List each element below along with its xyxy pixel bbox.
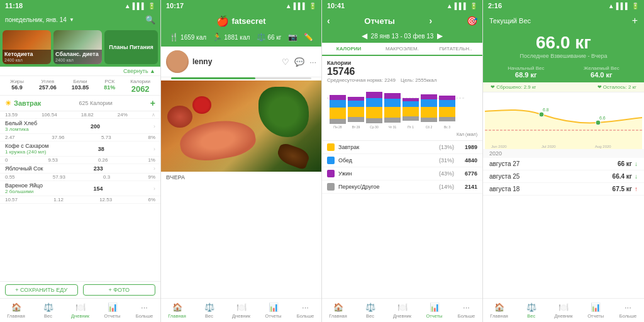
nav-diary-2[interactable]: 🍽️ Дневник [225, 299, 257, 322]
next-arrow[interactable]: › [430, 16, 433, 26]
chart-legend: Кал (ккал) [327, 132, 477, 136]
food-item-bread[interactable]: Белый Хлеб 3 ломтика 200 › [0, 119, 160, 134]
nav-reports-1[interactable]: 📊 Отчеты [96, 299, 128, 322]
date-next-arrow[interactable]: ▶ [437, 31, 443, 40]
goal-weight: Желаемый Вес 64.0 кг [584, 65, 619, 79]
like-icon[interactable]: ♡ [282, 57, 289, 67]
breakdown-lunch-name: Обед [338, 157, 435, 164]
juice-macros: 0.55 57.93 0.3 9% [0, 174, 160, 181]
b-chevron: ∧ [152, 112, 155, 118]
food-item-coffee[interactable]: Кофе с Сахаром 1 кружка (240 мл) 38 › [0, 142, 160, 157]
nav-diary-4[interactable]: 🍽️ Дневник [547, 299, 579, 322]
nav-home-label-4: Главная [490, 313, 508, 319]
calories-header: Калории 15746 Среднесуточная норма: 2249… [327, 60, 477, 83]
nav-reports-2[interactable]: 📊 Отчеты [257, 299, 289, 322]
nav-home-3[interactable]: 🏠 Главная [322, 299, 354, 322]
save-food-button[interactable]: + СОХРАНИТЬ ЕДУ [5, 284, 78, 296]
plans-card[interactable]: Планы Питания [104, 30, 158, 64]
keto-card[interactable]: Кетодиета 2400 кал [3, 30, 51, 64]
diary-icon-3: 🍽️ [397, 303, 408, 312]
svg-rect-24 [402, 116, 419, 121]
snack-color [327, 183, 335, 191]
cal-burned-value: 1881 кал [224, 34, 250, 41]
tab-nutrients[interactable]: ПИТАТЕЛЬН.. [429, 43, 482, 56]
svg-rect-21 [402, 98, 419, 101]
b-pct: 24% [118, 112, 128, 118]
nav-diary-1[interactable]: 🍽️ Дневник [64, 299, 96, 322]
breakdown-dinner-pct: (43%) [439, 170, 461, 177]
chevron-right-icon: › [153, 123, 155, 130]
target-icon[interactable]: 🎯 [467, 16, 477, 26]
tab-calories[interactable]: КАЛОРИИ [322, 43, 375, 56]
food-shape-3 [167, 106, 192, 128]
date-prev-arrow[interactable]: ◀ [362, 31, 367, 40]
nav-diary-3[interactable]: 🍽️ Дневник [386, 299, 418, 322]
stat-protein-value: 103.85 [72, 84, 89, 91]
reports-icon-1: 📊 [108, 303, 118, 312]
nav-home-1[interactable]: 🏠 Главная [0, 299, 32, 322]
history-row-1[interactable]: августа 27 66 кг ↓ [483, 158, 644, 170]
bottom-nav-4: 🏠 Главная ⚖️ Вес 🍽️ Дневник 📊 Отчеты ···… [483, 298, 644, 322]
prev-arrow[interactable]: ‹ [327, 16, 330, 26]
breakdown-lunch-cal: 4840 [465, 157, 477, 164]
breakdown-lunch-pct: (31%) [439, 157, 461, 164]
food-name-egg: Вареное Яйцо [5, 182, 43, 189]
svg-rect-1 [330, 95, 346, 100]
post-date: ВЧЕРА [161, 172, 321, 183]
meal-title-text: Завтрак [14, 99, 41, 107]
signal-icon-2: ▌▌▌ [294, 3, 307, 9]
svg-text:Jul 2020: Jul 2020 [541, 145, 556, 148]
edit-stat[interactable]: ✏️ [304, 33, 313, 42]
svg-rect-33 [439, 107, 455, 117]
nav-more-3[interactable]: ··· Больше [450, 299, 482, 322]
more-icon[interactable]: ··· [309, 57, 316, 67]
svg-rect-7 [348, 101, 364, 107]
nav-weight-3[interactable]: ⚖️ Вес [354, 299, 386, 322]
stat-cal-value: 2062 [130, 84, 150, 94]
stat-protein: Белки 103.85 [72, 79, 89, 94]
nav-weight-4[interactable]: ⚖️ Вес [515, 299, 547, 322]
add-food-button[interactable]: + [150, 98, 155, 108]
up-arrow-icon: ↑ [635, 186, 638, 192]
nav-reports-4[interactable]: 📊 Отчеты [580, 299, 612, 322]
bottom-actions: + СОХРАНИТЬ ЕДУ + ФОТО [0, 281, 160, 298]
chart-area: Калории 15746 Среднесуточная норма: 2249… [322, 56, 482, 141]
add-weight-button[interactable]: + [632, 15, 638, 26]
balanced-card[interactable]: Сбаланс. диета 2400 кал [53, 30, 102, 64]
nav-reports-3[interactable]: 📊 Отчеты [418, 299, 450, 322]
spacer-2 [161, 183, 321, 298]
nav-home-4[interactable]: 🏠 Главная [483, 299, 515, 322]
tomato-shape [192, 96, 211, 114]
svg-rect-22 [402, 101, 419, 107]
nav-more-4[interactable]: ··· Больше [612, 299, 644, 322]
meal-section: ☀ Завтрак 625 Калории + 13.59 106.54 18.… [0, 96, 160, 281]
username-label: lenny [192, 57, 212, 66]
nav-weight-2[interactable]: ⚖️ Вес [193, 299, 225, 322]
food-item-egg[interactable]: Вареное Яйцо 2 большими 154 › [0, 181, 160, 196]
svernut-row[interactable]: Свернуть ▲ [0, 67, 160, 76]
nav-more-1[interactable]: ··· Больше [128, 299, 160, 322]
camera-icon: 📷 [288, 33, 297, 42]
diary-icon-1: 🍽️ [75, 303, 86, 312]
comment-icon[interactable]: 💬 [294, 57, 304, 67]
nav-label-1: понедельник, янв. 14 [5, 16, 67, 23]
weight-icon-2: ⚖️ [204, 303, 214, 312]
food-item-juice[interactable]: Яблочный Сок 233 › [0, 164, 160, 174]
search-icon-1[interactable]: 🔍 [145, 15, 155, 25]
nav-home-2[interactable]: 🏠 Главная [161, 299, 193, 322]
add-photo-button[interactable]: + ФОТО [83, 284, 156, 296]
history-row-2[interactable]: августа 25 66.4 кг ↓ [483, 170, 644, 183]
svg-text:Aug 2020: Aug 2020 [595, 145, 611, 148]
camera-stat[interactable]: 📷 [288, 33, 297, 42]
nav-weight-1[interactable]: ⚖️ Вес [32, 299, 64, 322]
meal-breakdown: Завтрак (13%) 1989 Обед (31%) 4840 Ужин … [322, 141, 482, 194]
nav-reports-label-2: Отчеты [265, 313, 282, 319]
svg-rect-12 [366, 98, 382, 107]
nav-more-2[interactable]: ··· Больше [289, 299, 321, 322]
svg-text:Чт 31: Чт 31 [389, 125, 397, 129]
stat-carb-label: Углев [39, 79, 57, 84]
phone4: 2:16 ▲ ▌▌▌ 🔋 Текущий Вес + 66.0 кг После… [483, 0, 644, 322]
tab-macros[interactable]: МАКРОЭЛЕМ. [375, 43, 429, 56]
history-row-3[interactable]: августа 18 67.5 кг ↑ [483, 183, 644, 196]
egg-macros: 10.57 1.12 12.53 6% [0, 196, 160, 204]
